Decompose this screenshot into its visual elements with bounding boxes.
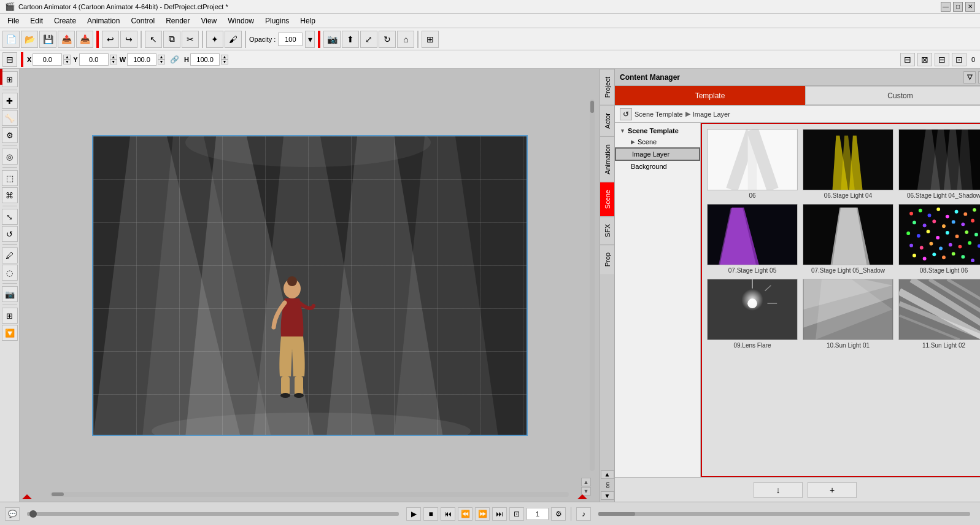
close-button[interactable]: ✕ bbox=[965, 2, 975, 12]
scale-tool[interactable]: ⤡ bbox=[2, 209, 18, 225]
align-left-btn[interactable]: ⊟ bbox=[900, 53, 915, 66]
align-top-btn[interactable]: ⊡ bbox=[952, 53, 966, 66]
breadcrumb-image-layer[interactable]: Image Layer bbox=[693, 111, 730, 118]
copy-button[interactable]: ⧉ bbox=[163, 31, 180, 48]
tab-animation[interactable]: Animation bbox=[600, 136, 614, 182]
w-input[interactable] bbox=[127, 53, 156, 66]
x-down-arrow[interactable]: ▼ bbox=[63, 60, 71, 64]
rotate-tool[interactable]: ↺ bbox=[2, 226, 18, 242]
cm-add-btn[interactable]: + bbox=[808, 482, 857, 498]
select-all-tool[interactable]: ⬚ bbox=[2, 170, 18, 186]
tree-root[interactable]: ▼ Scene Template bbox=[615, 125, 700, 136]
grid-item-sunlight02[interactable]: 11.Sun Light 02 bbox=[898, 279, 980, 349]
y-up-arrow[interactable]: ▲ bbox=[110, 55, 117, 60]
x-input[interactable] bbox=[33, 53, 62, 66]
opacity-arrow[interactable]: ▾ bbox=[305, 31, 315, 48]
export-button[interactable]: 📤 bbox=[58, 31, 75, 48]
tree-item-image-layer[interactable]: Image Layer bbox=[615, 147, 700, 161]
scene-tool[interactable]: ⊞ bbox=[2, 71, 18, 87]
home-button[interactable]: ⌂ bbox=[397, 31, 414, 48]
camera-button[interactable]: 📷 bbox=[323, 31, 341, 48]
menu-render[interactable]: Render bbox=[161, 15, 195, 26]
grid-item-stagelight05shadow[interactable]: 07.Stage Light 05_Shadow bbox=[803, 204, 893, 274]
tl-settings-btn[interactable]: ⚙ bbox=[551, 507, 566, 521]
y-input[interactable] bbox=[79, 53, 109, 66]
undo-button[interactable]: ↩ bbox=[102, 31, 119, 48]
up-scroll-btn[interactable]: ▲ bbox=[581, 478, 591, 486]
frame-number-input[interactable] bbox=[527, 508, 549, 520]
tl-back-start-btn[interactable]: ⏮ bbox=[441, 507, 455, 521]
menu-plugins[interactable]: Plugins bbox=[260, 15, 294, 26]
tl-fwd-end-btn[interactable]: ⏭ bbox=[492, 507, 507, 521]
align-center-btn[interactable]: ⊠ bbox=[917, 53, 932, 66]
volume-track[interactable] bbox=[598, 512, 970, 516]
tl-play-btn[interactable]: ▶ bbox=[406, 507, 421, 521]
horizontal-scrollbar[interactable] bbox=[50, 492, 569, 497]
tl-comment-btn[interactable]: 💬 bbox=[5, 507, 20, 521]
menu-create[interactable]: Create bbox=[49, 15, 81, 26]
breadcrumb-back-btn[interactable]: ↺ bbox=[620, 108, 632, 120]
menu-animation[interactable]: Animation bbox=[82, 15, 125, 26]
tree-item-background[interactable]: Background bbox=[615, 161, 700, 172]
breadcrumb-scene-template[interactable]: Scene Template bbox=[635, 111, 683, 118]
maximize-button[interactable]: □ bbox=[953, 2, 963, 12]
camera-tool[interactable]: 📷 bbox=[2, 286, 18, 302]
h-input[interactable] bbox=[190, 53, 220, 66]
scroll-down-side[interactable]: ▼ bbox=[601, 491, 614, 500]
cm-download-btn[interactable]: ↓ bbox=[754, 482, 803, 498]
layer-icon[interactable]: ⊟ bbox=[2, 52, 17, 67]
tl-fwd-frame-btn[interactable]: ⏩ bbox=[475, 507, 490, 521]
grid-item-06[interactable]: 06 bbox=[707, 129, 798, 199]
redo-button[interactable]: ↪ bbox=[120, 31, 137, 48]
tl-audio-btn[interactable]: ♪ bbox=[576, 507, 591, 521]
menu-window[interactable]: Window bbox=[223, 15, 259, 26]
menu-file[interactable]: File bbox=[2, 15, 24, 26]
move-button[interactable]: ⬆ bbox=[342, 31, 359, 48]
cm-tab-template[interactable]: Template bbox=[615, 86, 805, 105]
cm-tab-custom[interactable]: Custom bbox=[805, 86, 980, 105]
grid-item-stagelight05[interactable]: 07.Stage Light 05 bbox=[707, 204, 798, 274]
grid-item-stagelight04[interactable]: 06.Stage Light 04 bbox=[803, 129, 893, 199]
timeline-scrubber[interactable] bbox=[29, 510, 37, 518]
select-tool[interactable]: ↖ bbox=[145, 31, 162, 48]
move-tool[interactable]: ✚ bbox=[2, 93, 18, 109]
rotate-button[interactable]: ↻ bbox=[379, 31, 396, 48]
layout-button[interactable]: ⊞ bbox=[422, 31, 439, 48]
tl-stop-btn[interactable]: ■ bbox=[423, 507, 438, 521]
open-button[interactable]: 📂 bbox=[21, 31, 38, 48]
eraser-tool[interactable]: ◌ bbox=[2, 265, 18, 281]
h-up-arrow[interactable]: ▲ bbox=[221, 55, 228, 60]
tab-project[interactable]: Project bbox=[600, 69, 614, 105]
w-down-arrow[interactable]: ▼ bbox=[158, 60, 165, 64]
grid-item-stagelight04shadow[interactable]: 06.Stage Light 04_Shadow bbox=[898, 129, 980, 199]
tree-item-scene[interactable]: ▶ Scene bbox=[615, 136, 700, 147]
menu-control[interactable]: Control bbox=[126, 15, 160, 26]
menu-help[interactable]: Help bbox=[295, 15, 320, 26]
deform-tool[interactable]: ⌘ bbox=[2, 187, 18, 203]
tl-back-frame-btn[interactable]: ⏪ bbox=[458, 507, 473, 521]
brush-tool[interactable]: 🖊 bbox=[2, 247, 18, 263]
y-down-arrow[interactable]: ▼ bbox=[110, 60, 117, 64]
transform-button[interactable]: ⤢ bbox=[360, 31, 377, 48]
cm-collapse-btn[interactable]: ▽ bbox=[963, 71, 976, 84]
lock-icon[interactable]: 🔗 bbox=[168, 55, 182, 64]
h-down-arrow[interactable]: ▼ bbox=[221, 60, 228, 64]
menu-view[interactable]: View bbox=[196, 15, 222, 26]
grid-item-stagelight06[interactable]: 08.Stage Light 06 bbox=[898, 204, 980, 274]
grid-tool[interactable]: ⊞ bbox=[2, 308, 18, 324]
bone-tool[interactable]: 🦴 bbox=[2, 110, 18, 126]
cut-button[interactable]: ✂ bbox=[182, 31, 199, 48]
tab-prop[interactable]: Prop bbox=[600, 244, 614, 274]
tab-scene[interactable]: Scene bbox=[600, 182, 614, 216]
puppet-tool[interactable]: ⚙ bbox=[2, 127, 18, 143]
scroll-up-side[interactable]: ▲ bbox=[601, 470, 614, 479]
w-up-arrow[interactable]: ▲ bbox=[158, 55, 165, 60]
paint-tool[interactable]: 🖌 bbox=[225, 31, 242, 48]
minimize-button[interactable]: — bbox=[941, 2, 951, 12]
grid-item-sunlight01[interactable]: 10.Sun Light 01 bbox=[803, 279, 893, 349]
vertical-scrollbar[interactable] bbox=[590, 99, 595, 471]
tab-sfx[interactable]: SFX bbox=[600, 216, 614, 244]
timeline-track[interactable] bbox=[27, 512, 399, 516]
bones-tool[interactable]: ✦ bbox=[206, 31, 223, 48]
menu-edit[interactable]: Edit bbox=[25, 15, 48, 26]
